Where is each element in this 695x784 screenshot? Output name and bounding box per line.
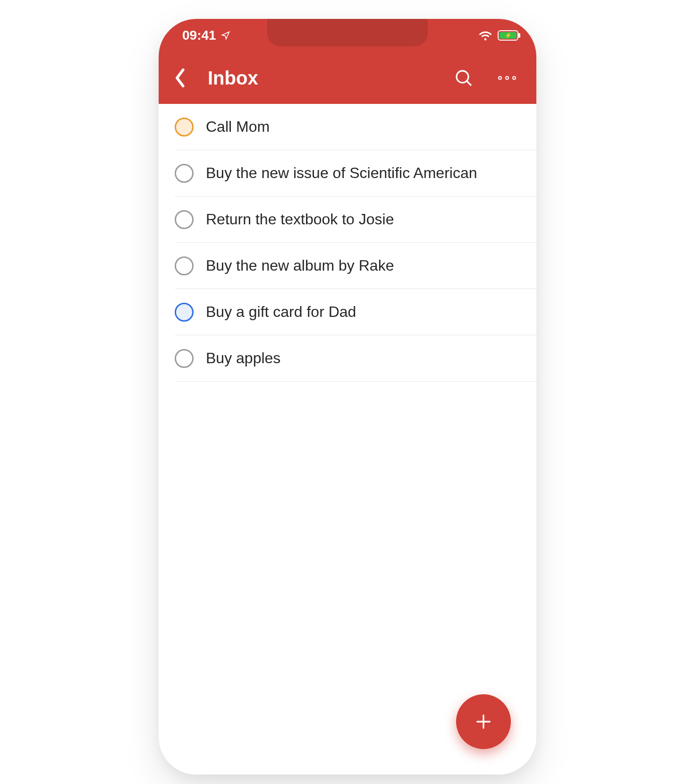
battery-fill: ⚡: [500, 32, 517, 39]
status-right: ⚡: [479, 30, 518, 41]
task-checkbox[interactable]: [175, 349, 194, 368]
battery-icon: ⚡: [498, 30, 518, 41]
page-title: Inbox: [205, 68, 441, 89]
task-title: Buy apples: [206, 349, 280, 367]
more-icon: [498, 76, 516, 80]
task-checkbox[interactable]: [175, 256, 194, 275]
status-time: 09:41: [182, 28, 216, 43]
task-row[interactable]: Buy the new issue of Scientific American: [175, 150, 536, 196]
battery-charging-icon: ⚡: [505, 33, 512, 38]
task-checkbox[interactable]: [175, 303, 194, 322]
task-title: Buy the new album by Rake: [206, 257, 394, 274]
task-title: Buy the new issue of Scientific American: [206, 164, 477, 182]
task-title: Buy a gift card for Dad: [206, 303, 356, 321]
add-task-button[interactable]: [456, 694, 511, 749]
task-row[interactable]: Call Mom: [175, 104, 536, 150]
task-row[interactable]: Buy the new album by Rake: [175, 243, 536, 289]
task-row[interactable]: Buy a gift card for Dad: [175, 289, 536, 335]
search-icon: [454, 68, 473, 87]
status-left: 09:41: [182, 28, 230, 43]
status-bar: 09:41 ⚡: [159, 19, 536, 52]
phone-frame: 09:41 ⚡: [159, 19, 536, 775]
task-checkbox[interactable]: [175, 210, 194, 229]
task-title: Return the textbook to Josie: [206, 211, 394, 228]
search-button[interactable]: [452, 67, 475, 89]
wifi-icon: [479, 30, 492, 41]
nav-bar: Inbox: [159, 52, 536, 104]
task-checkbox[interactable]: [175, 164, 194, 183]
stage: 09:41 ⚡: [0, 0, 695, 784]
task-row[interactable]: Buy apples: [175, 335, 536, 382]
task-title: Call Mom: [206, 118, 270, 136]
chevron-left-icon: [174, 68, 187, 87]
task-checkbox[interactable]: [175, 118, 194, 136]
svg-line-1: [467, 81, 471, 85]
back-button[interactable]: [167, 65, 194, 91]
nav-actions: [452, 67, 523, 89]
more-button[interactable]: [496, 67, 518, 89]
task-list: Call MomBuy the new issue of Scientific …: [159, 104, 536, 382]
app-header: 09:41 ⚡: [159, 19, 536, 104]
content-area: Call MomBuy the new issue of Scientific …: [159, 104, 536, 775]
location-icon: [221, 31, 230, 40]
task-row[interactable]: Return the textbook to Josie: [175, 196, 536, 243]
plus-icon: [474, 712, 493, 731]
